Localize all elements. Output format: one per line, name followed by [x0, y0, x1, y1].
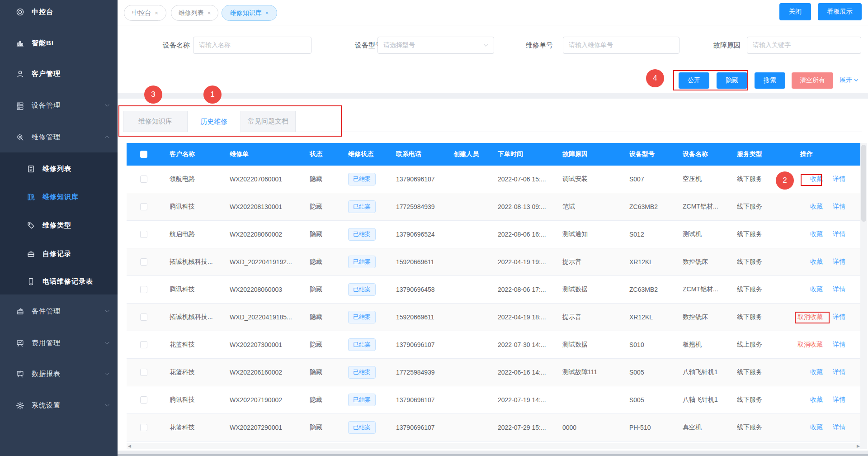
window-bottom-edge: [0, 454, 868, 456]
sidebar-item-4[interactable]: 维修管理: [0, 128, 118, 146]
row-checkbox[interactable]: [140, 314, 147, 321]
favorite-link[interactable]: 收藏: [810, 285, 823, 294]
detail-link[interactable]: 详情: [833, 230, 845, 238]
board-display-button[interactable]: 看板展示: [818, 3, 862, 20]
filter-input-3[interactable]: 请输入关键字: [747, 37, 861, 54]
detail-link[interactable]: 详情: [833, 368, 845, 376]
detail-link[interactable]: 详情: [833, 341, 845, 349]
sidebar-item-1[interactable]: 智能BI: [0, 34, 118, 52]
cell-status: 隐藏: [301, 285, 339, 294]
row-checkbox[interactable]: [140, 396, 147, 404]
row-checkbox[interactable]: [140, 231, 147, 238]
detail-link[interactable]: 详情: [833, 203, 845, 211]
sidebar-item-13[interactable]: 系统设置: [0, 396, 118, 414]
detail-link[interactable]: 详情: [833, 175, 845, 183]
header-select-cell[interactable]: [127, 151, 160, 158]
row-checkbox[interactable]: [140, 286, 147, 293]
row-checkbox[interactable]: [140, 424, 147, 431]
close-icon[interactable]: ×: [208, 10, 211, 16]
row-checkbox[interactable]: [140, 369, 147, 376]
detail-link[interactable]: 详情: [833, 258, 845, 266]
sidebar-item-5[interactable]: 维修列表: [0, 160, 118, 178]
cell-phone: 13790696107: [387, 176, 444, 183]
annotation-cancel-favorite-link-box: [795, 312, 830, 323]
cell-status: 隐藏: [301, 423, 339, 432]
row-select-cell: [127, 286, 160, 293]
cell-actions: 收藏 详情: [791, 396, 861, 404]
cell-phone: 13790696107: [387, 341, 444, 348]
close-button[interactable]: 关闭: [779, 3, 811, 20]
clear-all-button[interactable]: 清空所有: [792, 72, 833, 89]
sidebar-item-3[interactable]: 设备管理: [0, 96, 118, 114]
cell-status: 隐藏: [301, 203, 339, 211]
column-header-10: 设备名称: [674, 150, 728, 158]
favorite-link[interactable]: 收藏: [810, 230, 823, 238]
favorite-link[interactable]: 取消收藏: [797, 341, 823, 349]
cell-actions: 收藏 详情: [791, 230, 861, 238]
select-all-checkbox[interactable]: [140, 151, 147, 158]
sidebar-item-8[interactable]: 自修记录: [0, 245, 118, 263]
sidebar-item-9[interactable]: 电话维修记录表: [0, 272, 118, 290]
favorite-link[interactable]: 收藏: [810, 368, 823, 376]
table-row-4: 腾讯科技WX202208060003隐藏 已结案137906964582022-…: [127, 276, 861, 304]
row-checkbox[interactable]: [140, 341, 147, 348]
sidebar-item-0[interactable]: 中控台: [0, 3, 118, 21]
status-badge: 已结案: [348, 338, 376, 351]
sidebar-item-7[interactable]: 维修类型: [0, 216, 118, 234]
sidebar-item-11[interactable]: 费用管理: [0, 334, 118, 352]
close-icon[interactable]: ×: [265, 10, 269, 16]
expand-link[interactable]: 展开: [840, 76, 859, 84]
status-badge: 已结案: [348, 394, 376, 406]
cell-repair-status: 已结案: [339, 421, 387, 434]
cell-customer: 领航电路: [160, 175, 221, 183]
filter-input-0[interactable]: 请输入名称: [193, 37, 311, 54]
annotation-circle-3: 3: [144, 86, 162, 104]
cell-order: WX202208060003: [221, 286, 301, 293]
row-select-cell: [127, 258, 160, 266]
sidebar-item-label: 费用管理: [32, 339, 61, 347]
sidebar-item-label: 系统设置: [32, 401, 61, 410]
detail-link[interactable]: 详情: [833, 313, 845, 321]
vertical-scrollbar[interactable]: [860, 143, 867, 449]
cell-time: 2022-08-06 17:...: [489, 286, 553, 293]
cell-customer: 花篮科技: [160, 368, 221, 376]
favorite-link[interactable]: 收藏: [810, 258, 823, 266]
sidebar-item-label: 客户管理: [32, 70, 61, 78]
close-icon[interactable]: ×: [155, 10, 158, 16]
scroll-left-icon[interactable]: ◀: [128, 444, 131, 448]
favorite-link[interactable]: 收藏: [810, 203, 823, 211]
sidebar-item-10[interactable]: 备件管理: [0, 302, 118, 320]
cell-service: 线下服务: [728, 230, 791, 238]
column-header-9: 设备型号: [620, 150, 674, 158]
cell-repair-status: 已结案: [339, 311, 387, 323]
filter-label-3: 故障原因: [680, 37, 741, 54]
filter-select-1[interactable]: 请选择型号: [377, 37, 494, 54]
sidebar-item-2[interactable]: 客户管理: [0, 65, 118, 83]
chevron-down-icon: [854, 77, 859, 83]
horizontal-scrollbar[interactable]: ◀ ▶: [127, 443, 861, 449]
favorite-link[interactable]: 收藏: [810, 396, 823, 404]
nav-tag-1[interactable]: 维修列表 ×: [171, 5, 218, 21]
row-checkbox[interactable]: [140, 258, 147, 266]
filter-input-2[interactable]: 请输入维修单号: [563, 37, 679, 54]
row-checkbox[interactable]: [140, 176, 147, 183]
nav-tag-0[interactable]: 中控台 ×: [124, 5, 166, 21]
nav-tag-2[interactable]: 维修知识库 ×: [222, 5, 277, 21]
detail-link[interactable]: 详情: [833, 285, 845, 294]
toolbox-icon: [26, 249, 35, 258]
detail-link[interactable]: 详情: [833, 423, 845, 432]
sidebar-item-12[interactable]: 数据报表: [0, 365, 118, 383]
vertical-scrollbar-thumb[interactable]: [861, 145, 866, 222]
favorite-link[interactable]: 收藏: [810, 423, 823, 432]
cell-time: 2022-08-13 09:...: [489, 203, 553, 210]
column-header-6: 创建人员: [444, 150, 489, 158]
cell-actions: 收藏 详情: [791, 423, 861, 432]
table-row-2: 航启电路WX202208060002隐藏 已结案137906965242022-…: [127, 221, 861, 248]
scroll-right-icon[interactable]: ▶: [857, 444, 860, 448]
detail-link[interactable]: 详情: [833, 396, 845, 404]
sidebar-item-6[interactable]: 维修知识库: [0, 188, 118, 206]
search-button[interactable]: 搜索: [755, 72, 785, 89]
cell-model: ZC63MB2: [620, 286, 674, 293]
nav-tag-label: 中控台: [132, 9, 151, 17]
row-checkbox[interactable]: [140, 203, 147, 210]
